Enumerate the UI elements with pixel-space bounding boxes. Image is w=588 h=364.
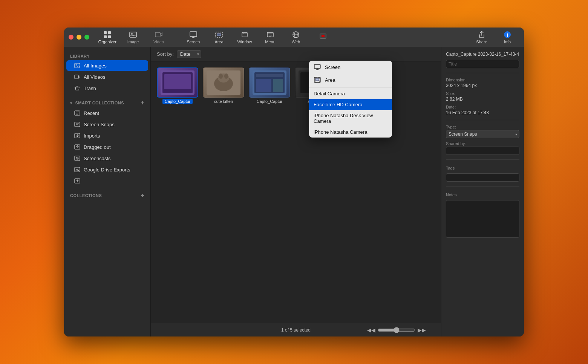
notes-label: Notes — [446, 193, 519, 197]
web-button[interactable]: Web — [284, 29, 308, 46]
notes-textarea[interactable] — [446, 200, 519, 238]
sidebar-item-trash[interactable]: Trash — [66, 83, 148, 93]
svg-rect-16 — [322, 35, 325, 37]
size-label: Size: — [446, 91, 519, 96]
svg-rect-42 — [273, 79, 283, 92]
size-value: 2.82 MB — [446, 96, 519, 102]
trash-icon — [74, 85, 81, 92]
sidebar-item-all-videos[interactable]: All Videos — [66, 72, 148, 82]
share-button[interactable]: Share — [470, 29, 494, 46]
divider-3 — [446, 159, 519, 160]
close-button[interactable] — [69, 35, 74, 40]
sidebar-item-all-images[interactable]: All Images — [66, 60, 148, 71]
svg-rect-21 — [75, 75, 78, 79]
recent-icon — [74, 110, 81, 116]
thumbnails-area: Capto_Captur cute kitten — [151, 61, 441, 323]
type-select-wrap[interactable]: Screen Snaps Imports Screencasts — [446, 130, 519, 138]
organizer-button[interactable]: Organizer — [95, 29, 119, 46]
dimension-value: 3024 x 1964 px — [446, 83, 519, 88]
divider-1 — [446, 73, 519, 73]
smart-collections-chevron[interactable]: ▾ — [70, 101, 72, 105]
svg-point-36 — [219, 73, 223, 79]
image-button[interactable]: Image — [121, 29, 145, 46]
thumbnail-image-2 — [203, 67, 244, 98]
sidebar-item-add-new[interactable] — [66, 176, 148, 186]
thumbnail-2[interactable]: cute kitten — [203, 67, 244, 104]
all-images-icon — [74, 62, 81, 69]
thumbnail-image-3 — [249, 67, 290, 98]
traffic-lights — [69, 35, 89, 40]
google-drive-icon — [74, 166, 81, 173]
screencasts-icon — [74, 155, 81, 162]
app-window: Organizer Image Video — [64, 28, 524, 336]
toolbar: Organizer Image Video — [95, 29, 519, 46]
area-button[interactable]: Area — [207, 29, 231, 46]
sidebar-item-google-drive-exports[interactable]: Google Drive Exports — [66, 164, 148, 175]
minimize-button[interactable] — [77, 35, 81, 40]
record-button[interactable] — [311, 29, 335, 46]
screen-snaps-icon — [74, 121, 81, 128]
add-collection-button[interactable]: + — [141, 193, 144, 199]
sidebar-item-screencasts[interactable]: Screencasts — [66, 153, 148, 164]
svg-point-5 — [131, 33, 133, 35]
thumbnail-label-3: Capto_Captur — [249, 99, 290, 104]
dropdown-item-facetime-hd[interactable]: FaceTime HD Camera — [309, 99, 392, 110]
imports-icon — [74, 132, 81, 139]
file-name: Capto_Capture 2023-02-16_17-43-4 — [446, 52, 519, 57]
sidebar-item-recent[interactable]: Recent — [66, 108, 148, 118]
right-panel: Capto_Capture 2023-02-16_17-43-4 Dimensi… — [441, 47, 524, 336]
size-row: Size: 2.82 MB — [446, 91, 519, 102]
type-select[interactable]: Screen Snaps Imports Screencasts — [446, 130, 519, 138]
svg-rect-9 — [217, 34, 221, 36]
info-button[interactable]: Info — [495, 29, 519, 46]
all-videos-icon — [74, 73, 81, 80]
zoom-in-icon: ▶▶ — [418, 327, 426, 333]
shared-by-input[interactable] — [446, 147, 519, 155]
svg-rect-3 — [108, 35, 111, 38]
title-input[interactable] — [446, 60, 519, 68]
library-header: LIBRARY — [64, 51, 150, 60]
status-bar: 1 of 5 selected ◀◀ ▶▶ — [151, 323, 441, 336]
svg-rect-41 — [256, 79, 271, 92]
center-pane: Sort by: Date Name Size Type — [151, 47, 441, 336]
screen-button[interactable]: Screen — [181, 29, 205, 46]
sidebar-item-screen-snaps[interactable]: Screen Snaps — [66, 119, 148, 130]
add-smart-collection-button[interactable]: + — [141, 100, 144, 106]
dropdown-item-iphone-camera[interactable]: iPhone Natasha Camera — [309, 127, 392, 138]
dropdown-item-area[interactable]: Area — [309, 73, 392, 86]
tags-input[interactable] — [446, 173, 519, 182]
svg-rect-0 — [104, 31, 107, 34]
date-value: 16 Feb 2023 at 17:43 — [446, 110, 519, 115]
svg-rect-2 — [104, 35, 107, 38]
svg-rect-4 — [130, 32, 136, 37]
dropdown-item-screen[interactable]: Screen — [309, 61, 392, 73]
svg-point-18 — [507, 32, 508, 33]
add-new-icon — [74, 177, 81, 184]
window-button[interactable]: Window — [233, 29, 257, 46]
date-label: Date: — [446, 105, 519, 109]
thumbnail-image-1 — [157, 67, 198, 98]
shared-by-row: Shared by: — [446, 141, 519, 155]
date-row: Date: 16 Feb 2023 at 17:43 — [446, 105, 519, 115]
sidebar-item-dragged-out[interactable]: Dragged out — [66, 142, 148, 152]
dropdown-item-iphone-desk[interactable]: iPhone Natasha Desk View Camera — [309, 110, 392, 127]
svg-rect-6 — [155, 32, 160, 37]
dropdown-item-detail-camera[interactable]: Detail Camera — [309, 88, 392, 99]
sort-bar: Sort by: Date Name Size Type — [151, 47, 441, 61]
status-text: 1 of 5 selected — [281, 327, 311, 333]
smart-collections-header: ▾ SMART COLLECTIONS + — [64, 97, 150, 107]
sidebar-item-imports[interactable]: Imports — [66, 130, 148, 141]
divider-2 — [446, 120, 519, 120]
menu-button[interactable]: Menu — [258, 29, 282, 46]
dropdown-menu[interactable]: Screen Area — [309, 61, 392, 138]
maximize-button[interactable] — [84, 35, 89, 40]
zoom-slider[interactable] — [378, 327, 415, 333]
thumbnail-3[interactable]: Capto_Captur — [249, 67, 290, 104]
video-button[interactable]: Video — [147, 29, 171, 46]
dimension-label: Dimension: — [446, 78, 519, 82]
thumbnail-1[interactable]: Capto_Captur — [157, 67, 198, 104]
svg-point-37 — [224, 73, 228, 79]
sort-select[interactable]: Date Name Size Type — [177, 50, 201, 58]
sort-select-wrap[interactable]: Date Name Size Type — [177, 50, 201, 58]
svg-rect-47 — [314, 64, 320, 69]
